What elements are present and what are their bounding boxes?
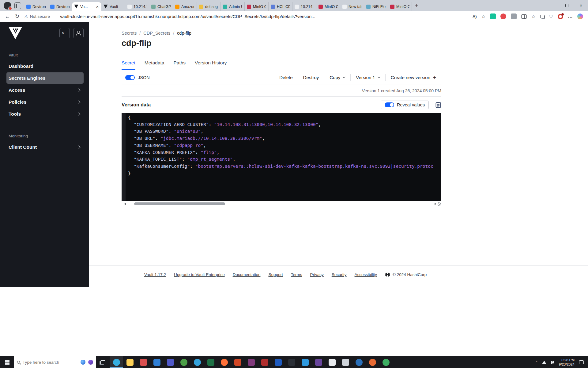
- sidebar-item[interactable]: Dashboard: [6, 60, 84, 72]
- footer-link[interactable]: Upgrade to Vault Enterprise: [174, 272, 225, 277]
- secret-tab[interactable]: Paths: [173, 60, 186, 70]
- new-tab-button[interactable]: +: [415, 3, 418, 9]
- read-aloud-icon[interactable]: A): [473, 14, 477, 19]
- scrollbar-thumb[interactable]: [134, 202, 225, 205]
- json-toggle[interactable]: [125, 75, 135, 80]
- adblock-icon[interactable]: [558, 14, 563, 19]
- taskbar-app[interactable]: [110, 356, 123, 368]
- minimize-button[interactable]: –: [546, 0, 560, 11]
- footer-link[interactable]: Security: [332, 272, 347, 277]
- footer-link[interactable]: Terms: [291, 272, 302, 277]
- start-button[interactable]: [0, 356, 14, 368]
- taskbar-app[interactable]: [366, 356, 379, 368]
- taskbar-app[interactable]: [164, 356, 177, 368]
- taskbar-app[interactable]: [339, 356, 352, 368]
- breadcrumb-cdp-secrets[interactable]: CDP_Secrets: [143, 31, 170, 36]
- scroll-right-icon[interactable]: [435, 203, 436, 205]
- browser-tab[interactable]: Va... ×: [72, 2, 101, 11]
- taskbar-app[interactable]: [352, 356, 366, 368]
- taskbar-app[interactable]: [190, 356, 204, 368]
- settings-menu-icon[interactable]: …: [568, 14, 573, 19]
- extension-green-icon[interactable]: [490, 13, 496, 19]
- browser-tab[interactable]: New tab: [340, 2, 364, 11]
- hidden-icons-icon[interactable]: ^: [536, 360, 537, 364]
- secret-tab[interactable]: Secret: [122, 60, 135, 70]
- browser-tab[interactable]: MinIO C: [388, 2, 412, 11]
- maximize-button[interactable]: [560, 0, 574, 11]
- taskbar-app[interactable]: [312, 356, 325, 368]
- task-view-button[interactable]: [96, 356, 110, 368]
- taskbar-app[interactable]: [298, 356, 312, 368]
- favorite-star-icon[interactable]: ☆: [481, 14, 485, 19]
- reveal-values-toggle[interactable]: [385, 102, 394, 107]
- taskbar-app[interactable]: [123, 356, 137, 368]
- browser-tab[interactable]: MinIO C: [316, 2, 340, 11]
- console-button[interactable]: >_: [59, 28, 70, 38]
- browser-tab[interactable]: NiFi Flo: [364, 2, 388, 11]
- volume-icon[interactable]: [551, 361, 552, 364]
- browser-tab[interactable]: del-seg: [197, 2, 221, 11]
- browser-tab[interactable]: Devtron: [48, 2, 72, 11]
- browser-profile-avatar[interactable]: [4, 2, 11, 10]
- delete-button[interactable]: Delete: [274, 75, 298, 80]
- copilot-icon[interactable]: [577, 13, 583, 19]
- footer-link[interactable]: Privacy: [310, 272, 324, 277]
- tab-close-icon[interactable]: ×: [96, 4, 99, 9]
- breadcrumb-secrets[interactable]: Secrets: [122, 31, 137, 36]
- taskbar-app[interactable]: [244, 356, 258, 368]
- browser-tab[interactable]: 10.214.1: [125, 2, 149, 11]
- footer-link[interactable]: Documentation: [233, 272, 261, 277]
- taskbar-app[interactable]: [150, 356, 164, 368]
- browser-tab[interactable]: HCL CD: [269, 2, 292, 11]
- footer-link[interactable]: Support: [268, 272, 283, 277]
- network-icon[interactable]: [542, 361, 546, 364]
- copy-dropdown[interactable]: Copy: [324, 75, 350, 80]
- sidebar-item[interactable]: Client Count: [6, 141, 84, 153]
- footer-link[interactable]: Accessibility: [355, 272, 377, 277]
- taskbar-app[interactable]: [258, 356, 271, 368]
- create-new-version-button[interactable]: Create new version+: [386, 75, 441, 80]
- vertical-tabs-icon[interactable]: [14, 2, 21, 9]
- taskbar-app[interactable]: [177, 356, 190, 368]
- taskbar-clock[interactable]: 6:28 PM 9/23/2024: [559, 358, 575, 366]
- copy-values-icon[interactable]: [435, 102, 441, 108]
- taskbar-app[interactable]: [231, 356, 244, 368]
- vault-logo[interactable]: [9, 27, 22, 39]
- secret-tab[interactable]: Metadata: [145, 60, 164, 70]
- sidebar-item[interactable]: Policies: [6, 96, 84, 108]
- taskbar-app[interactable]: [137, 356, 150, 368]
- browser-essentials-icon[interactable]: ♡: [549, 14, 553, 19]
- taskbar-app[interactable]: [204, 356, 217, 368]
- sidebar-item[interactable]: Secrets Engines: [6, 72, 84, 84]
- taskbar-app[interactable]: [217, 356, 231, 368]
- browser-tab[interactable]: 10.214.1: [292, 2, 316, 11]
- resize-grip-icon[interactable]: [438, 202, 441, 206]
- browser-tab[interactable]: Vault: [101, 2, 125, 11]
- footer-link[interactable]: Vault 1.17.2: [144, 272, 166, 277]
- taskbar-app[interactable]: [379, 356, 393, 368]
- destroy-button[interactable]: Destroy: [298, 75, 324, 80]
- taskbar-app[interactable]: [325, 356, 339, 368]
- extensions-puzzle-icon[interactable]: [511, 13, 517, 19]
- favorites-bar-icon[interactable]: ☆: [531, 14, 535, 19]
- taskbar-search[interactable]: [14, 356, 96, 368]
- close-button[interactable]: ×: [574, 0, 588, 11]
- browser-tab[interactable]: Amazon: [173, 2, 197, 11]
- split-screen-icon[interactable]: [521, 14, 527, 19]
- extension-red-icon[interactable]: [500, 13, 506, 19]
- browser-tab[interactable]: MinIO C: [245, 2, 269, 11]
- scroll-left-icon[interactable]: [124, 203, 126, 205]
- browser-tab[interactable]: ChatGP: [149, 2, 173, 11]
- collections-icon[interactable]: [540, 15, 545, 18]
- version-dropdown[interactable]: Version 1: [351, 75, 385, 80]
- site-security-badge[interactable]: ⚠ Not secure: [24, 14, 50, 19]
- taskbar-app[interactable]: [285, 356, 298, 368]
- url-input[interactable]: [60, 14, 468, 19]
- refresh-icon[interactable]: ↻: [15, 14, 19, 19]
- back-icon[interactable]: ←: [5, 14, 10, 19]
- action-center-icon[interactable]: [579, 360, 584, 364]
- browser-tab[interactable]: Admin U: [221, 2, 245, 11]
- sidebar-item[interactable]: Tools: [6, 108, 84, 120]
- reveal-values-control[interactable]: Reveal values: [381, 101, 429, 109]
- browser-tab[interactable]: Devtron: [24, 2, 48, 11]
